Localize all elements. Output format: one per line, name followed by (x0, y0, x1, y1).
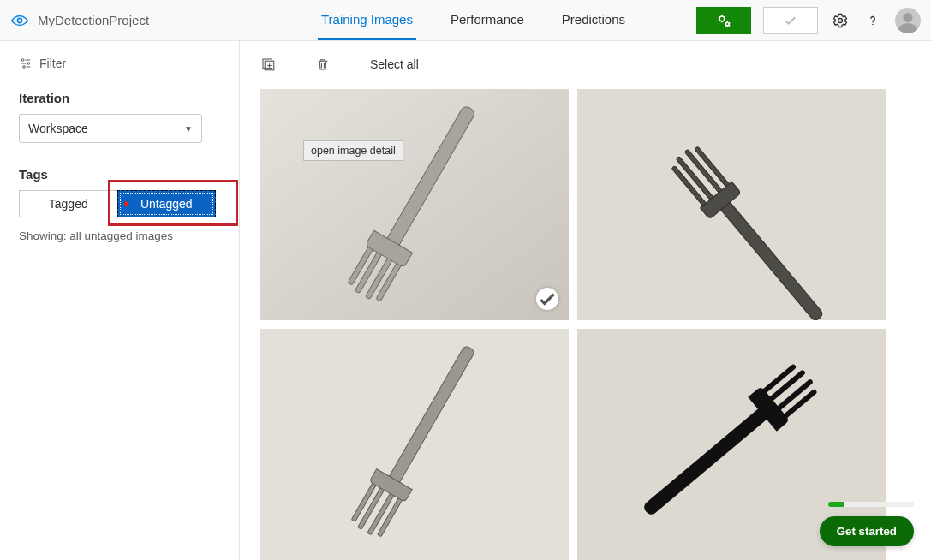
delete-icon[interactable] (315, 57, 331, 72)
filter-toggle[interactable]: Filter (19, 57, 220, 70)
tab-predictions[interactable]: Predictions (558, 0, 629, 40)
gears-icon (715, 12, 732, 29)
image-tile[interactable]: open image detail (260, 89, 569, 320)
check-icon (783, 13, 798, 28)
tab-performance[interactable]: Performance (447, 0, 528, 40)
svg-point-7 (23, 66, 26, 69)
onboarding-progress (828, 502, 914, 507)
iteration-title: Iteration (19, 91, 220, 105)
user-avatar[interactable] (895, 8, 921, 33)
tab-training-images[interactable]: Training Images (318, 0, 416, 40)
main-toolbar: Select all (240, 41, 931, 80)
svg-rect-9 (263, 59, 272, 69)
header-tabs: Training Images Performance Predictions (250, 0, 696, 40)
onboarding-progress-fill (828, 502, 844, 507)
sidebar: Filter Iteration Workspace ▼ Tags Tagged… (0, 41, 240, 560)
main-area: Select all (240, 41, 931, 560)
get-started-button[interactable]: Get started (820, 516, 914, 546)
add-images-icon[interactable] (260, 57, 276, 72)
svg-point-5 (27, 63, 30, 65)
svg-point-3 (21, 59, 24, 62)
chevron-down-icon: ▼ (184, 124, 193, 134)
header-left: MyDetectionProject (10, 11, 250, 30)
tags-title: Tags (19, 167, 220, 182)
app-body: Filter Iteration Workspace ▼ Tags Tagged… (0, 41, 931, 560)
image-tile[interactable] (577, 89, 886, 320)
select-image-icon[interactable] (536, 288, 558, 310)
showing-text: Showing: all untagged images (19, 229, 220, 242)
train-button[interactable] (696, 7, 751, 34)
tag-toggle: Tagged Untagged (19, 190, 216, 217)
filter-label: Filter (39, 57, 66, 70)
image-grid: open image detail (240, 80, 931, 560)
help-icon[interactable] (862, 10, 883, 31)
settings-icon[interactable] (830, 10, 850, 31)
quick-test-button[interactable] (763, 7, 818, 34)
red-dot-icon (124, 202, 128, 206)
iteration-select[interactable]: Workspace ▼ (19, 114, 202, 143)
tag-untagged-label: Untagged (140, 197, 193, 211)
tag-filter-untagged[interactable]: Untagged (117, 190, 217, 217)
svg-point-2 (872, 23, 874, 25)
tag-filter-tagged[interactable]: Tagged (19, 190, 118, 217)
filter-icon (19, 57, 33, 70)
select-all-button[interactable]: Select all (370, 57, 419, 71)
vision-logo-icon (10, 11, 29, 30)
project-title: MyDetectionProject (38, 13, 149, 27)
app-header: MyDetectionProject Training Images Perfo… (0, 0, 931, 41)
iteration-value: Workspace (28, 122, 88, 135)
svg-point-1 (838, 18, 843, 22)
header-right (696, 7, 921, 34)
image-tile[interactable] (260, 329, 569, 560)
svg-point-0 (17, 18, 21, 22)
